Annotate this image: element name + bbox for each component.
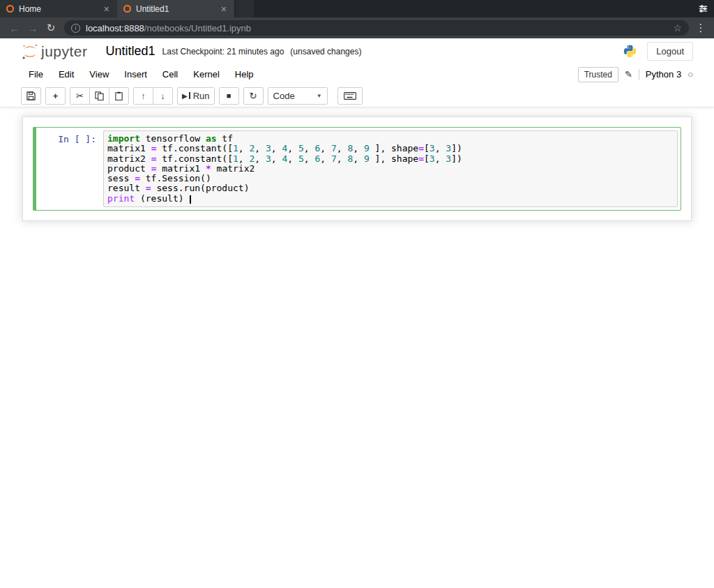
restart-kernel-button[interactable]: ↻ [243,87,264,105]
cell-input-area[interactable]: import tensorflow as tfmatrix1 = tf.cons… [103,130,678,207]
menu-kernel[interactable]: Kernel [185,66,227,82]
browser-window: Home × Untitled1 × ← → ↻ i localhost:888… [0,0,714,588]
code-line: matrix2 = tf.constant([1, 2, 3, 4, 5, 6,… [107,154,674,164]
tab-title: Home [19,4,98,14]
system-indicator-icon [692,0,714,17]
bookmark-star-icon[interactable]: ☆ [673,22,682,33]
browser-tab-home[interactable]: Home × [0,0,117,17]
trusted-badge[interactable]: Trusted [578,67,618,82]
browser-addressbar: ← → ↻ i localhost:8888/notebooks/Untitle… [0,17,714,38]
url-host: localhost:8888 [86,23,144,33]
cell-type-value: Code [273,91,295,101]
arrow-down-icon: ↓ [160,91,165,101]
browser-tabstrip: Home × Untitled1 × [0,0,714,17]
address-input[interactable]: i localhost:8888/notebooks/Untitled1.ipy… [64,20,689,36]
play-bar-icon [189,92,190,99]
forward-icon[interactable]: → [24,22,42,34]
copy-cell-button[interactable] [89,87,109,105]
save-button[interactable] [21,87,41,105]
jupyter-logo-text: jupyter [41,43,88,60]
copy-icon [95,91,104,100]
paste-cell-button[interactable] [109,87,129,105]
save-icon [26,91,36,100]
code-line: product = matrix1 * matrix2 [107,164,674,174]
python-logo-icon [623,44,637,59]
menu-view[interactable]: View [82,66,116,82]
notebook-container: In [ ]: import tensorflow as tfmatrix1 =… [22,116,692,221]
cut-cell-button[interactable]: ✂ [70,87,90,105]
scissors-icon: ✂ [76,91,84,101]
menu-edit[interactable]: Edit [51,66,82,82]
checkpoint-status: Last Checkpoint: 21 minutes ago [162,47,284,56]
input-prompt: In [ ]: [36,130,103,207]
code-line: sess = tf.Session() [107,174,674,183]
command-palette-button[interactable] [337,87,363,105]
paste-icon [114,91,123,100]
code-line: print (result) [107,194,674,204]
close-icon[interactable]: × [220,4,228,14]
jupyter-logo-icon [21,43,39,61]
code-line: import tensorflow as tf [107,134,674,144]
browser-tab-untitled1[interactable]: Untitled1 × [117,0,234,17]
close-icon[interactable]: × [102,4,111,14]
kernel-idle-icon: ○ [688,69,693,80]
notebook-body: In [ ]: import tensorflow as tfmatrix1 =… [0,116,714,588]
kernel-name: Python 3 [646,69,681,80]
selected-cell-bar [33,127,36,211]
jupyter-favicon-icon [6,5,14,13]
jupyter-favicon-icon [123,5,131,13]
notebook-header: jupyter Untitled1 Last Checkpoint: 21 mi… [0,38,714,64]
code-cell[interactable]: In [ ]: import tensorflow as tfmatrix1 =… [33,127,681,211]
move-cell-down-button[interactable]: ↓ [153,87,173,105]
logout-button[interactable]: Logout [647,42,693,61]
browser-menu-icon[interactable]: ⋮ [693,22,708,34]
menu-file[interactable]: File [21,66,51,82]
stop-icon: ■ [227,91,231,100]
code-line: result = sess.run(product) [107,183,674,193]
cell-type-select[interactable]: Code ▼ [268,87,328,105]
page-info-icon[interactable]: i [71,24,80,33]
reload-icon[interactable]: ↻ [42,22,60,34]
chevron-down-icon: ▼ [317,93,322,99]
new-tab-button[interactable] [236,0,254,17]
url-text: localhost:8888/notebooks/Untitled1.ipynb [86,22,251,34]
code-line: matrix1 = tf.constant([1, 2, 3, 4, 5, 6,… [107,144,674,153]
run-label: Run [193,91,210,101]
play-icon: ▶ [182,92,188,100]
arrow-up-icon: ↑ [141,91,146,101]
divider [639,69,639,80]
notebook-toolbar: + ✂ ↑ ↓ ▶ Run ■ ↻ [0,84,714,107]
keyboard-icon [344,92,356,100]
menu-cell[interactable]: Cell [155,66,185,82]
menu-insert[interactable]: Insert [116,66,155,82]
move-cell-up-button[interactable]: ↑ [133,87,153,105]
url-path: /notebooks/Untitled1.ipynb [144,23,251,33]
menu-help[interactable]: Help [227,66,261,82]
unsaved-changes-status: (unsaved changes) [290,47,361,56]
notebook-title[interactable]: Untitled1 [106,44,155,59]
tab-title: Untitled1 [136,4,215,14]
add-cell-button[interactable]: + [45,87,66,105]
pencil-icon[interactable]: ✎ [625,69,632,80]
notebook-menubar: File Edit View Insert Cell Kernel Help T… [0,64,714,84]
back-icon[interactable]: ← [6,22,24,34]
plus-icon: + [53,91,59,101]
code-editor[interactable]: import tensorflow as tfmatrix1 = tf.cons… [107,134,674,204]
run-button[interactable]: ▶ Run [177,87,215,105]
restart-icon: ↻ [250,91,257,101]
interrupt-kernel-button[interactable]: ■ [219,87,239,105]
jupyter-logo[interactable]: jupyter [21,43,88,61]
